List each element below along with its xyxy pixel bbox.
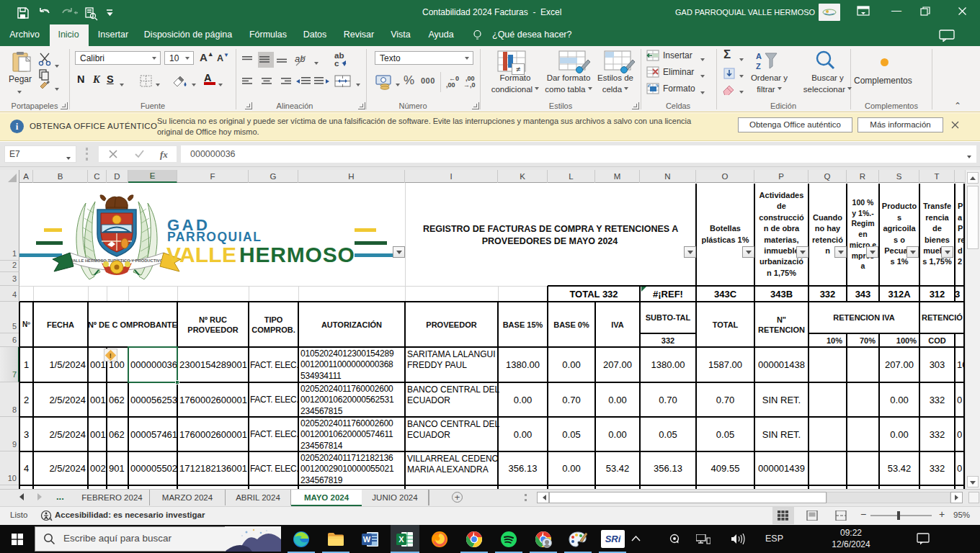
svg-text:W: W xyxy=(363,535,371,544)
svg-text:Z: Z xyxy=(756,62,761,71)
svg-text:HERMOSO: HERMOSO xyxy=(239,243,355,266)
svg-text:→,0: →,0 xyxy=(463,81,476,89)
svg-text:A: A xyxy=(756,52,762,60)
svg-text:X: X xyxy=(398,535,404,544)
svg-text:c: c xyxy=(334,59,339,68)
svg-text:PARROQUIAL: PARROQUIAL xyxy=(167,230,262,244)
svg-text:VALLE: VALLE xyxy=(166,243,236,266)
svg-text:fx: fx xyxy=(160,149,168,160)
svg-text:,00: ,00 xyxy=(446,81,455,89)
